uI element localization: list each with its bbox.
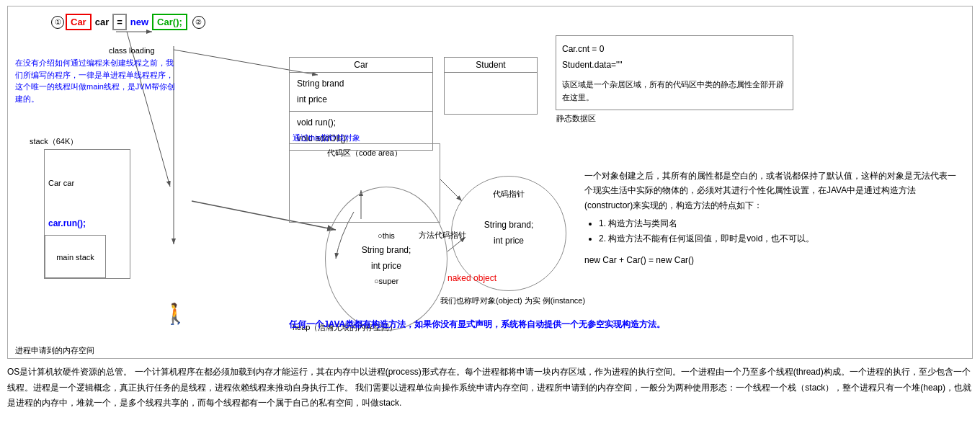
student-class-title: Student [445,58,537,73]
heap-price-field: int price [371,259,401,275]
right-desc-item2: 2. 构造方法不能有任何返回值，即时是void，也不可以。 [599,231,959,246]
student-class-box: Student [444,57,538,115]
heap-this-dot: ○this [378,229,395,244]
code-text-new: new [130,17,148,27]
svg-line-7 [440,179,462,201]
code-area-label: 代码区（code area） [290,144,440,162]
car-car-stack-label: Car car [48,179,74,187]
circle-num-1: ① [51,16,64,29]
class-loading-label: class loading [109,46,155,55]
main-stack-label: main stack [56,253,94,262]
top-code: ① Car car = new Car(); ② [51,14,205,30]
code-pointer-label: 代码指针 [493,187,525,202]
process-memory-label: 进程申请到的内存空间 [15,345,94,356]
stack-intro-text: 在没有介绍如何通过编程来创建线程之前，我们所编写的程序，一律是单进程单线程程序，… [15,57,181,104]
static-line2: Student.data="" [562,58,787,73]
circle-num-2: ② [192,16,205,29]
this-pointer-label: 通过this指针找对象 [293,133,360,143]
instance-label: 我们也称呼对象(object) 为实 例(instance) [440,295,585,307]
static-line1: Car.cnt = 0 [562,42,787,58]
code-box-equals: = [112,14,127,30]
code-box-car-type: Car [66,14,92,30]
page: ① Car car = new Car(); ② class loading 在… [0,0,980,428]
code-pointer-price: int price [494,233,524,249]
car-field-brand: String brand [297,76,425,92]
stack-64k-label: stack（64K） [30,136,130,147]
car-class-title: Car [290,58,432,73]
bottom-description: OS是计算机软硬件资源的总管。 一个计算机程序在都必须加载到内存才能运行，其在内… [7,365,973,411]
right-description: 一个对象创建之后，其所有的属性都是空白的，或者说都保持了默认值，这样的对象是无法… [584,169,959,267]
svg-line-4 [127,32,170,187]
stack-box: Car car car.run(); main stack [44,149,130,279]
method-pointer-label: 方法代码指针 [419,230,466,241]
car-run-label: car.run(); [48,218,86,228]
right-desc-item1: 1. 构造方法与类同名 [599,216,959,231]
code-pointer-brand: String brand; [484,218,534,233]
static-description: 该区域是一个杂居区域，所有的代码区中类的静态属性全部开辟在这里。 [562,79,787,104]
heap-object: ○this String brand; int price ○super [325,187,447,331]
person-figure: 🚶 [163,302,188,326]
car-class-fields: String brand int price [290,73,432,112]
heap-super-dot: ○super [374,275,398,289]
main-stack-box: main stack [45,235,106,278]
static-data-label: 静态数据区 [556,113,596,124]
main-diagram: ① Car car = new Car(); ② class loading 在… [7,6,973,359]
heap-brand-field: String brand; [362,243,411,259]
static-area: Car.cnt = 0 Student.data="" 该区域是一个杂居区域，所… [556,35,793,110]
code-text-car-var: car [95,17,110,27]
car-method-run: void run(); [297,115,425,131]
right-desc-list: 1. 构造方法与类同名 2. 构造方法不能有任何返回值，即时是void，也不可以… [599,216,959,246]
right-formula: new Car + Car() = new Car() [584,253,959,267]
blue-bottom-note: 任何一个JAVA类都有构造方法，如果你没有显式声明，系统将自动提供一个无参空实现… [289,318,965,331]
code-box-car-constructor: Car(); [152,14,187,30]
right-desc-intro: 一个对象创建之后，其所有的属性都是空白的，或者说都保持了默认值，这样的对象是无法… [584,169,959,213]
car-field-price: int price [297,92,425,108]
naked-object-label: naked object [447,273,496,283]
